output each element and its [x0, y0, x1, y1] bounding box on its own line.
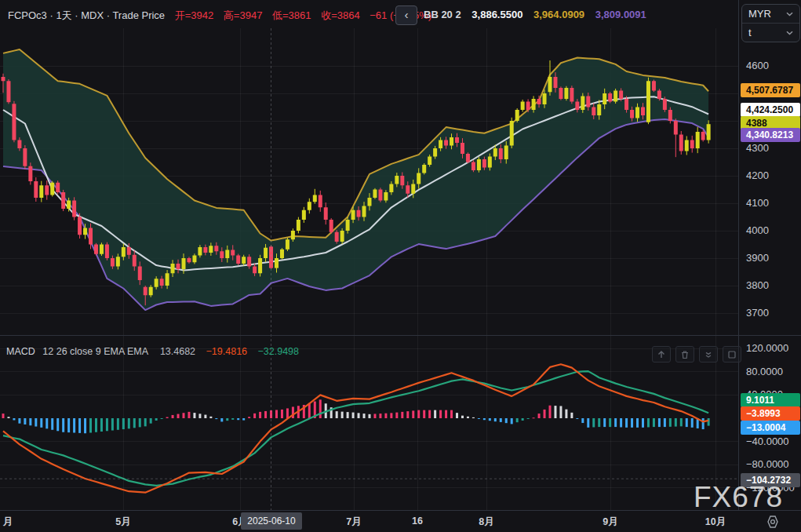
unit-dropdown[interactable]: t	[742, 23, 799, 42]
ohlc-close: 收=3864	[321, 9, 360, 21]
maximize-pane-button[interactable]	[723, 346, 741, 363]
double-chevron-icon	[704, 350, 713, 359]
macd-tick: −80.0000	[746, 458, 789, 471]
chevron-down-icon	[786, 12, 793, 16]
time-tick: 16	[412, 516, 423, 527]
price-axis[interactable]: MYR t 46004300420041004000390038003700 1…	[738, 0, 801, 510]
macd-pane-toolbar	[652, 346, 741, 363]
currency-dropdown[interactable]: MYR	[742, 5, 799, 23]
time-tick: 9月	[603, 516, 617, 529]
time-tick: 7月	[346, 516, 361, 529]
axis-badge: 4,507.6787	[741, 83, 800, 97]
axis-badge: 9.1011	[741, 393, 800, 407]
macd-hist-value: 13.4682	[160, 346, 195, 357]
axis-badge: 4,340.8213	[741, 128, 800, 142]
time-tick: 8月	[479, 516, 493, 529]
axis-settings-gear-icon[interactable]	[764, 515, 781, 529]
macd-tick: 80.0000	[746, 366, 783, 378]
ohlc-open: 开=3942	[175, 9, 214, 21]
symbol-legend: FCPOc3 · 1天 · MDX · Trade Price 开=3942 高…	[8, 9, 431, 23]
ohlc-high: 高=3947	[224, 9, 263, 21]
move-pane-up-button[interactable]	[652, 346, 671, 363]
chart-root: FCPOc3 · 1天 · MDX · Trade Price 开=3942 高…	[0, 0, 801, 532]
macd-params: 12 26 close 9 EMA EMA	[42, 346, 147, 357]
collapse-pane-button[interactable]	[699, 346, 718, 363]
chevron-down-icon	[786, 31, 793, 35]
macd-tick: −40.0000	[746, 435, 789, 448]
axis-unit-selector: MYR t	[741, 4, 800, 42]
time-axis[interactable]: 月5月6月7月168月9月10月 2025-06-10	[0, 510, 801, 532]
bb-lower-value: 3,809.0091	[595, 9, 646, 20]
bb-indicator-legend[interactable]: BB 20 2 3,886.5500 3,964.0909 3,809.0091	[424, 9, 646, 20]
axis-badge: −3.8993	[741, 406, 800, 421]
trash-icon	[680, 350, 690, 359]
chart-canvas[interactable]	[0, 28, 738, 510]
time-tick: 月	[3, 516, 13, 529]
axis-badge: −13.0004	[741, 421, 800, 435]
delete-indicator-button[interactable]	[675, 346, 694, 363]
macd-tick: 120.0000	[746, 342, 788, 355]
price-tick: 4100	[746, 197, 769, 210]
symbol-title[interactable]: FCPOc3 · 1天 · MDX · Trade Price	[8, 9, 165, 21]
chevron-left-icon: ‹	[405, 8, 409, 21]
price-tick: 4000	[746, 224, 769, 237]
crosshair-date-badge: 2025-06-10	[241, 512, 302, 530]
price-tick: 4300	[746, 142, 769, 155]
pane-separator[interactable]	[0, 335, 801, 336]
axis-badge: −104.2732	[741, 473, 800, 487]
legend-collapse-button[interactable]: ‹	[395, 5, 417, 25]
arrow-up-icon	[657, 350, 666, 359]
currency-label: MYR	[748, 8, 771, 20]
time-tick: 10月	[705, 516, 726, 529]
bb-basis-value: 3,886.5500	[471, 9, 522, 20]
price-tick: 4200	[746, 169, 769, 182]
macd-signal-value: −32.9498	[258, 346, 299, 357]
price-tick: 3900	[746, 252, 769, 264]
macd-line-value: −19.4816	[206, 346, 247, 357]
macd-title: MACD	[6, 346, 35, 357]
bb-title: BB 20 2	[424, 9, 461, 20]
macd-indicator-legend[interactable]: MACD 12 26 close 9 EMA EMA 13.4682 −19.4…	[6, 346, 299, 357]
time-tick: 5月	[115, 516, 130, 529]
ohlc-low: 低=3861	[272, 9, 311, 21]
price-tick: 3800	[746, 279, 769, 292]
axis-badge: 4,424.2500	[741, 103, 800, 117]
unit-label: t	[748, 27, 752, 38]
bb-upper-value: 3,964.0909	[533, 9, 584, 20]
price-tick: 3700	[746, 307, 769, 319]
maximize-icon	[727, 350, 737, 359]
price-tick: 4600	[746, 60, 769, 72]
